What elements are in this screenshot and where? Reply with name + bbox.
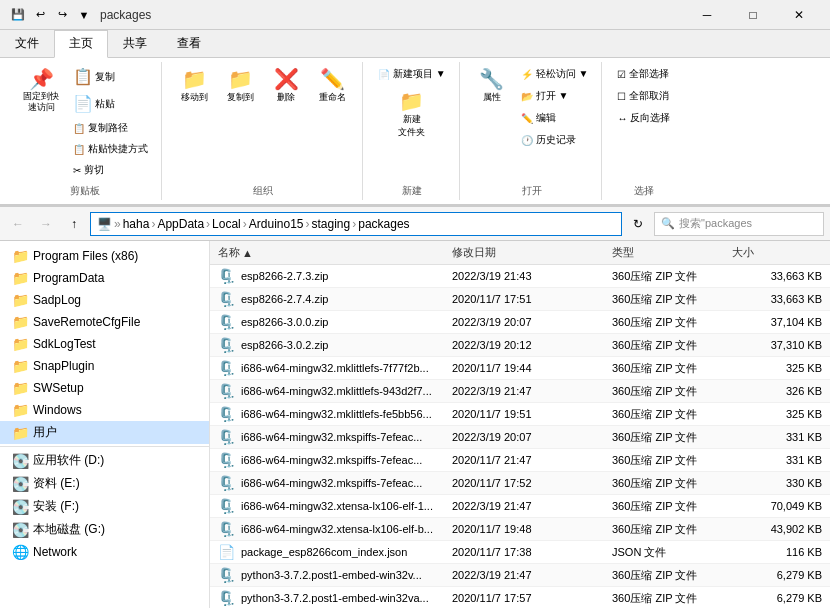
path-segment-packages[interactable]: packages [358,217,409,231]
tab-share[interactable]: 共享 [108,30,162,57]
table-row[interactable]: 🗜️ i686-w64-mingw32.mkspiffs-7efeac... 2… [210,472,830,495]
path-segment-arduino15[interactable]: Arduino15 [249,217,304,231]
qat-save[interactable]: 💾 [8,5,28,25]
select-all-button[interactable]: ☑ 全部选择 [612,64,675,84]
cut-button[interactable]: ✂ 剪切 [68,160,153,180]
table-row[interactable]: 🗜️ i686-w64-mingw32.mkspiffs-7efeac... 2… [210,449,830,472]
path-segment-staging[interactable]: staging [312,217,351,231]
pin-to-quick-access-button[interactable]: 📌 固定到快速访问 [16,64,66,118]
forward-button[interactable]: → [34,212,58,236]
close-button[interactable]: ✕ [776,0,822,30]
qat-undo[interactable]: ↩ [30,5,50,25]
copypath-button[interactable]: 📋 复制路径 [68,118,153,138]
folder-icon: 📁 [12,358,29,374]
file-type: 360压缩 ZIP 文件 [612,453,732,468]
tab-view[interactable]: 查看 [162,30,216,57]
file-type: 360压缩 ZIP 文件 [612,568,732,583]
header-name[interactable]: 名称 ▲ [218,245,452,260]
copy-to-button[interactable]: 📁 复制到 [218,64,262,109]
tab-home[interactable]: 主页 [54,30,108,58]
path-segment-appdata[interactable]: AppData [157,217,204,231]
sidebar-item-saveremotecfgfile[interactable]: 📁 SaveRemoteCfgFile [0,311,209,333]
organize-buttons: 📁 移动到 📁 复制到 ❌ 删除 ✏️ 重命名 [172,64,354,180]
file-list-header: 名称 ▲ 修改日期 类型 大小 [210,241,830,265]
sidebar-item-network[interactable]: 🌐 Network [0,541,209,563]
history-button[interactable]: 🕐 历史记录 [516,130,594,150]
sidebar-item-swsetup[interactable]: 📁 SWSetup [0,377,209,399]
table-row[interactable]: 🗜️ i686-w64-mingw32.xtensa-lx106-elf-b..… [210,518,830,541]
maximize-button[interactable]: □ [730,0,776,30]
sidebar-item-users[interactable]: 📁 用户 [0,421,209,444]
path-segment-local[interactable]: Local [212,217,241,231]
header-date[interactable]: 修改日期 [452,245,612,260]
table-row[interactable]: 🗜️ i686-w64-mingw32.mklittlefs-fe5bb56..… [210,403,830,426]
table-row[interactable]: 🗜️ esp8266-2.7.4.zip 2020/11/7 17:51 360… [210,288,830,311]
table-row[interactable]: 🗜️ i686-w64-mingw32.mkspiffs-7efeac... 2… [210,426,830,449]
file-name: i686-w64-mingw32.mklittlefs-7f77f2b... [241,362,429,374]
sidebar-item-drive-g[interactable]: 💽 本地磁盘 (G:) [0,518,209,541]
file-date: 2020/11/7 19:51 [452,408,612,420]
delete-button[interactable]: ❌ 删除 [264,64,308,109]
table-row[interactable]: 🗜️ i686-w64-mingw32.mklittlefs-943d2f7..… [210,380,830,403]
path-segment-haha[interactable]: haha [123,217,150,231]
file-name-cell: 🗜️ esp8266-3.0.2.zip [218,337,452,353]
sidebar-item-drive-f[interactable]: 💽 安装 (F:) [0,495,209,518]
table-row[interactable]: 🗜️ esp8266-2.7.3.zip 2022/3/19 21:43 360… [210,265,830,288]
table-row[interactable]: 🗜️ i686-w64-mingw32.xtensa-lx106-elf-1..… [210,495,830,518]
properties-button[interactable]: 🔧 属性 [470,64,514,109]
deselect-all-button[interactable]: ☐ 全部取消 [612,86,675,106]
copy-button[interactable]: 📋 复制 [68,64,153,90]
sidebar-item-sdklogtest[interactable]: 📁 SdkLogTest [0,333,209,355]
pasteshortcut-button[interactable]: 📋 粘贴快捷方式 [68,139,153,159]
new-item-button[interactable]: 📄 新建项目 ▼ [373,64,451,84]
folder-icon: 📁 [12,292,29,308]
table-row[interactable]: 🗜️ esp8266-3.0.0.zip 2022/3/19 20:07 360… [210,311,830,334]
sidebar-item-programdata[interactable]: 📁 ProgramData [0,267,209,289]
zip-icon: 🗜️ [218,521,235,537]
up-button[interactable]: ↑ [62,212,86,236]
address-bar: ← → ↑ 🖥️ » haha › AppData › Local › Ardu… [0,207,830,241]
file-size: 70,049 KB [732,500,822,512]
open-button[interactable]: 📂 打开 ▼ [516,86,594,106]
file-size: 6,279 KB [732,592,822,604]
sidebar-item-drive-e[interactable]: 💽 资料 (E:) [0,472,209,495]
edit-button[interactable]: ✏️ 编辑 [516,108,594,128]
window-controls: ─ □ ✕ [684,0,822,30]
address-path[interactable]: 🖥️ » haha › AppData › Local › Arduino15 … [90,212,622,236]
paste-icon: 📄 [73,96,93,112]
rename-button[interactable]: ✏️ 重命名 [310,64,354,109]
refresh-button[interactable]: ↻ [626,212,650,236]
sidebar-item-snapplugin[interactable]: 📁 SnapPlugin [0,355,209,377]
header-type[interactable]: 类型 [612,245,732,260]
table-row[interactable]: 🗜️ esp8266-3.0.2.zip 2022/3/19 20:12 360… [210,334,830,357]
history-icon: 🕐 [521,135,533,146]
file-name: esp8266-2.7.3.zip [241,270,328,282]
table-row[interactable]: 🗜️ i686-w64-mingw32.mklittlefs-7f77f2b..… [210,357,830,380]
file-type: 360压缩 ZIP 文件 [612,315,732,330]
sidebar-item-windows[interactable]: 📁 Windows [0,399,209,421]
new-buttons: 📄 新建项目 ▼ 📁 新建文件夹 [373,64,451,180]
table-row[interactable]: 🗜️ python3-3.7.2.post1-embed-win32v... 2… [210,564,830,587]
easy-access-button[interactable]: ⚡ 轻松访问 ▼ [516,64,594,84]
sidebar-item-programfiles-x86[interactable]: 📁 Program Files (x86) [0,245,209,267]
back-button[interactable]: ← [6,212,30,236]
qat-redo[interactable]: ↪ [52,5,72,25]
table-row[interactable]: 📄 package_esp8266com_index.json 2020/11/… [210,541,830,564]
paste-button[interactable]: 📄 粘贴 [68,91,153,117]
move-to-button[interactable]: 📁 移动到 [172,64,216,109]
invert-selection-button[interactable]: ↔ 反向选择 [612,108,675,128]
qat-more[interactable]: ▼ [74,5,94,25]
header-size[interactable]: 大小 [732,245,822,260]
copyto-icon: 📁 [228,69,253,89]
minimize-button[interactable]: ─ [684,0,730,30]
search-box[interactable]: 🔍 搜索"packages [654,212,824,236]
pin-icon: 📌 [29,69,54,89]
zip-icon: 🗜️ [218,429,235,445]
copypath-icon: 📋 [73,123,85,134]
tab-file[interactable]: 文件 [0,30,54,57]
clipboard-label: 剪贴板 [70,182,100,198]
new-folder-button[interactable]: 📁 新建文件夹 [390,86,434,144]
sidebar-item-sadplog[interactable]: 📁 SadpLog [0,289,209,311]
table-row[interactable]: 🗜️ python3-3.7.2.post1-embed-win32va... … [210,587,830,608]
sidebar-item-drive-d[interactable]: 💽 应用软件 (D:) [0,449,209,472]
